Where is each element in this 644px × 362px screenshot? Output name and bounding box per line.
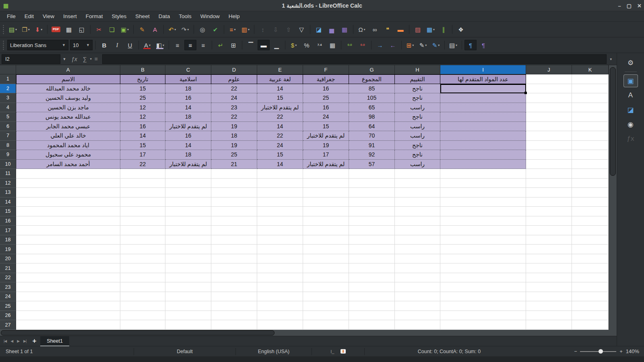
zoom-in-button[interactable]: + bbox=[619, 349, 622, 354]
cell-E11[interactable] bbox=[257, 169, 303, 179]
freeze-panes-button[interactable]: ▦▾ bbox=[425, 24, 437, 35]
decrease-indent-button[interactable]: ← bbox=[387, 40, 399, 50]
cell-J18[interactable] bbox=[526, 235, 572, 245]
clone-formatting-button[interactable]: ✎ bbox=[136, 24, 148, 35]
cell-B11[interactable] bbox=[120, 169, 165, 179]
cell-J2[interactable] bbox=[526, 84, 572, 94]
cell-F22[interactable] bbox=[303, 273, 349, 283]
cell-B21[interactable] bbox=[120, 263, 165, 273]
cell-E26[interactable] bbox=[257, 311, 303, 321]
cell-G14[interactable] bbox=[349, 197, 395, 207]
cell-D9[interactable]: 25 bbox=[211, 150, 257, 160]
column-header-G[interactable]: G bbox=[349, 65, 395, 74]
cell-C8[interactable]: 14 bbox=[165, 141, 211, 150]
cell-F6[interactable]: 15 bbox=[303, 122, 349, 132]
cell-B17[interactable] bbox=[120, 226, 165, 235]
autosum-button[interactable]: ∑ bbox=[80, 56, 90, 62]
cell-F24[interactable] bbox=[303, 292, 349, 302]
cell-C11[interactable] bbox=[165, 169, 211, 179]
cell-K7[interactable] bbox=[572, 131, 609, 141]
cell-E14[interactable] bbox=[257, 197, 303, 207]
column-header-J[interactable]: J bbox=[526, 65, 572, 74]
cell-K9[interactable] bbox=[572, 150, 609, 160]
cell-B8[interactable]: 15 bbox=[120, 141, 165, 150]
cell-B20[interactable] bbox=[120, 254, 165, 264]
cell-B27[interactable] bbox=[120, 320, 165, 330]
cell-B12[interactable] bbox=[120, 179, 165, 188]
column-header-A[interactable]: A bbox=[16, 65, 120, 74]
menu-edit[interactable]: Edit bbox=[20, 11, 38, 22]
cell-E20[interactable] bbox=[257, 254, 303, 264]
merge-cells-button[interactable]: ⊞ bbox=[227, 40, 239, 50]
cell-D2[interactable]: 22 bbox=[211, 84, 257, 94]
draw-functions-button[interactable]: ❖ bbox=[455, 24, 467, 35]
insert-column-button[interactable]: ▥▾ bbox=[239, 24, 252, 35]
cell-I6[interactable] bbox=[440, 122, 526, 132]
cell-A10[interactable]: أحمد محمد السامر bbox=[16, 160, 120, 169]
increase-indent-button[interactable]: → bbox=[374, 40, 386, 50]
cell-J4[interactable] bbox=[526, 103, 572, 113]
row-header-24[interactable]: 24 bbox=[0, 292, 16, 302]
cell-A3[interactable]: وليد يوسف الحسين bbox=[16, 93, 120, 103]
zoom-level[interactable]: 140% bbox=[626, 348, 639, 354]
italic-button[interactable]: I bbox=[111, 40, 123, 50]
autofilter-button[interactable]: ▽ bbox=[295, 24, 308, 35]
cell-I26[interactable] bbox=[440, 311, 526, 321]
column-header-D[interactable]: D bbox=[211, 65, 257, 74]
cell-J19[interactable] bbox=[526, 245, 572, 254]
expand-formula-bar-button[interactable]: ▾ bbox=[607, 57, 615, 61]
cell-E24[interactable] bbox=[257, 292, 303, 302]
zoom-slider[interactable] bbox=[580, 351, 616, 352]
cell-J3[interactable] bbox=[526, 93, 572, 103]
cell-G7[interactable]: 70 bbox=[349, 131, 395, 141]
cell-F19[interactable] bbox=[303, 245, 349, 254]
cell-K1[interactable] bbox=[572, 74, 609, 84]
cell-B15[interactable] bbox=[120, 207, 165, 216]
cell-K5[interactable] bbox=[572, 112, 609, 122]
cell-F2[interactable]: 16 bbox=[303, 84, 349, 94]
selection-stats[interactable]: Count: 0; CountA: 0; Sum: 0 bbox=[365, 346, 534, 356]
cell-H14[interactable] bbox=[395, 197, 440, 207]
align-bottom-button[interactable]: ▁ bbox=[270, 40, 283, 50]
cell-G18[interactable] bbox=[349, 235, 395, 245]
cell-K24[interactable] bbox=[572, 292, 609, 302]
zoom-out-button[interactable]: − bbox=[574, 349, 577, 354]
cell-F12[interactable] bbox=[303, 179, 349, 188]
cell-I25[interactable] bbox=[440, 301, 526, 311]
spelling-button[interactable]: ✔ bbox=[209, 24, 221, 35]
cell-C18[interactable] bbox=[165, 235, 211, 245]
cell-A14[interactable] bbox=[16, 197, 120, 207]
cell-C1[interactable]: اسلامية bbox=[165, 74, 211, 84]
cell-I16[interactable] bbox=[440, 216, 526, 226]
row-header-21[interactable]: 21 bbox=[0, 263, 16, 273]
cell-K25[interactable] bbox=[572, 301, 609, 311]
cell-J6[interactable] bbox=[526, 122, 572, 132]
cell-E15[interactable] bbox=[257, 207, 303, 216]
cell-J20[interactable] bbox=[526, 254, 572, 264]
cell-F9[interactable]: 17 bbox=[303, 150, 349, 160]
function-wizard-button[interactable]: ƒx bbox=[68, 56, 80, 62]
cell-I11[interactable] bbox=[440, 169, 526, 179]
cell-I24[interactable] bbox=[440, 292, 526, 302]
column-header-H[interactable]: H bbox=[395, 65, 440, 74]
cell-F25[interactable] bbox=[303, 301, 349, 311]
row-header-15[interactable]: 15 bbox=[0, 207, 16, 216]
cell-A12[interactable] bbox=[16, 179, 120, 188]
cell-D8[interactable]: 19 bbox=[211, 141, 257, 150]
maximize-button[interactable]: ▢ bbox=[627, 3, 632, 9]
cell-H4[interactable]: راسب bbox=[395, 103, 440, 113]
center-vertically-button[interactable]: ▬ bbox=[258, 40, 270, 50]
cell-G5[interactable]: 98 bbox=[349, 112, 395, 122]
right-to-left-button[interactable]: ¶ bbox=[477, 40, 489, 50]
chevron-down-icon[interactable]: ▼ bbox=[83, 43, 90, 47]
cell-I7[interactable] bbox=[440, 131, 526, 141]
row-header-20[interactable]: 20 bbox=[0, 254, 16, 264]
cell-K18[interactable] bbox=[572, 235, 609, 245]
cell-F3[interactable]: 25 bbox=[303, 93, 349, 103]
cell-G12[interactable] bbox=[349, 179, 395, 188]
name-box[interactable] bbox=[2, 54, 60, 64]
cell-H8[interactable]: ناجح bbox=[395, 141, 440, 150]
zoom-slider-thumb[interactable] bbox=[599, 349, 603, 354]
formula-equals-button[interactable]: = bbox=[92, 56, 101, 62]
cell-E4[interactable]: لم يتقدم للاختبار bbox=[257, 103, 303, 113]
